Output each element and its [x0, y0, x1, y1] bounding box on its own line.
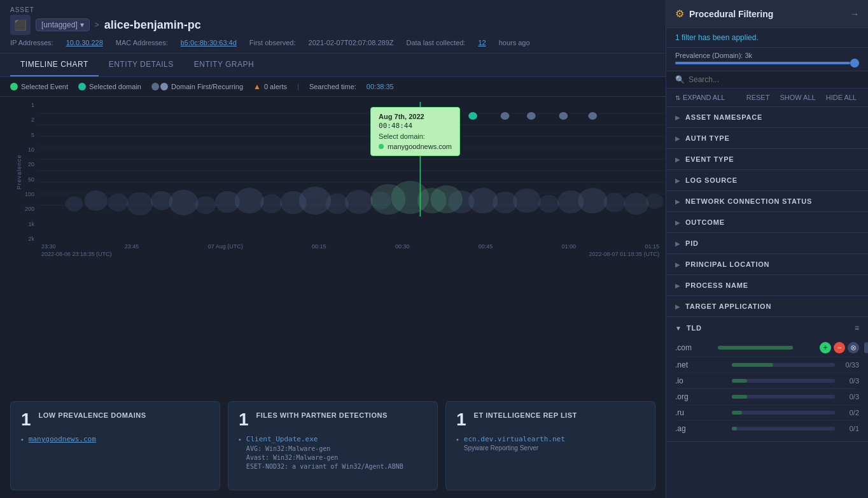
svg-point-31: [513, 189, 541, 213]
filter-section-header-principal-location[interactable]: ▶ PRINCIPAL LOCATION: [666, 254, 868, 274]
last-collected-value[interactable]: 12: [478, 39, 486, 46]
legend-selected-domain: Selected domain: [78, 83, 141, 90]
search-icon: 🔍: [675, 75, 685, 84]
tab-entity-graph[interactable]: ENTITY GRAPH: [184, 53, 264, 76]
show-all-button[interactable]: SHOW ALL: [777, 92, 818, 103]
tld-section-name: TLD: [687, 324, 855, 332]
svg-point-15: [195, 196, 216, 214]
tld-bar-fill-com: [718, 346, 793, 350]
card-title-3: ET INTELLIGENCE REP LIST: [474, 411, 577, 420]
filter-section-header-asset-namespace[interactable]: ▶ ASSET NAMESPACE: [666, 107, 868, 127]
tooltip-time: 00:48:44: [379, 122, 452, 130]
filter-section-header-target-application[interactable]: ▶ TARGET APPLICATION: [666, 296, 868, 317]
filter-actions: ⇅ EXPAND ALL RESET SHOW ALL HIDE ALL: [666, 89, 868, 107]
svg-point-17: [235, 188, 264, 213]
filter-section-header-pid[interactable]: ▶ PID: [666, 233, 868, 253]
card-item-et: • ecn.dev.virtualearth.net Spyware Repor…: [456, 435, 645, 452]
y-label-5: 5: [31, 132, 34, 138]
filter-section-header-auth-type[interactable]: ▶ AUTH TYPE: [666, 128, 868, 148]
x-label-0045: 00:45: [479, 243, 493, 250]
svg-point-22: [345, 190, 373, 214]
domain-first-recurring-label: Domain First/Recurring: [171, 83, 243, 90]
filter-section-pid: ▶ PID: [666, 233, 868, 254]
tld-bar-org: [732, 395, 835, 399]
tld-sub-button-com[interactable]: −: [834, 342, 845, 353]
chevron-right-icon: ▶: [675, 219, 680, 226]
left-panel: ASSET ⬛ [untagged] ▾ > alice-benjamin-pc…: [0, 0, 666, 498]
mac-address-link[interactable]: b5:0c:8b:30:63:4d: [181, 39, 237, 46]
file-detail-avg: AVG: Win32:Malware-gen: [246, 445, 403, 452]
tooltip-domain-row[interactable]: manygoodnews.com: [379, 143, 452, 150]
search-row[interactable]: 🔍: [666, 71, 868, 89]
chevron-right-icon: ▶: [675, 261, 680, 268]
breadcrumb-arrow: >: [95, 20, 99, 29]
filter-section-process-name: ▶ PROCESS NAME: [666, 275, 868, 296]
filter-section-header-event-type[interactable]: ▶ EVENT TYPE: [666, 149, 868, 169]
filter-section-header-log-source[interactable]: ▶ LOG SOURCE: [666, 170, 868, 190]
search-input[interactable]: [689, 75, 859, 84]
card-count-1: 1: [21, 411, 31, 429]
tld-bar-fill-ag: [732, 427, 737, 430]
card-files-partner: 1 FILES WITH PARTNER DETECTIONS • Client…: [228, 401, 438, 490]
chevron-right-icon: ▶: [675, 135, 680, 142]
svg-point-21: [325, 194, 349, 214]
first-observed-value: 2021-02-07T02:07:08.289Z: [309, 39, 394, 46]
prevalence-bar[interactable]: [675, 62, 859, 64]
filter-section-header-process-name[interactable]: ▶ PROCESS NAME: [666, 275, 868, 295]
filter-name-network-connection: NETWORK CONNECTION STATUS: [685, 197, 812, 205]
y-label-2k: 2k: [28, 236, 34, 242]
filter-name-event-type: EVENT TYPE: [685, 155, 734, 163]
tld-bar-com: [718, 346, 793, 350]
reset-button[interactable]: RESET: [744, 92, 773, 103]
hide-all-button[interactable]: HIDE ALL: [823, 92, 859, 103]
expand-all-button[interactable]: ⇅ EXPAND ALL: [675, 94, 725, 101]
rp-arrow-icon[interactable]: →: [850, 9, 859, 19]
hostname-label: alice-benjamin-pc: [104, 18, 201, 32]
chart-container[interactable]: Prevalence 1 2 5 10 20 50 100 200 1k 2k: [0, 97, 666, 394]
card-dot-3: •: [456, 436, 459, 443]
searched-time-label: Searched time:: [309, 83, 356, 90]
legend-row: Selected Event Selected domain Domain Fi…: [0, 77, 666, 97]
chart-area[interactable]: Aug 7th, 2022 00:48:44 Select domain: ma…: [38, 102, 666, 242]
card-count-3: 1: [456, 411, 466, 429]
legend-alerts: ▲ 0 alerts: [253, 82, 287, 91]
chevron-right-icon: ▶: [675, 177, 680, 184]
last-collected-label: Data last collected:: [406, 39, 465, 46]
tld-items-list: .com + − ⊗ Exclude Others .net: [666, 339, 868, 441]
ip-address-link[interactable]: 10.0.30.228: [66, 39, 103, 46]
filter-name-target-application: TARGET APPLICATION: [685, 302, 771, 310]
svg-point-44: [558, 111, 568, 120]
card-domain-link[interactable]: manygoodnews.com: [29, 435, 96, 443]
svg-point-36: [624, 193, 649, 215]
prevalence-handle[interactable]: [850, 59, 859, 68]
asset-title-row: ⬛ [untagged] ▾ > alice-benjamin-pc: [10, 15, 655, 35]
tld-sort-icon[interactable]: ≡: [855, 324, 859, 332]
chevron-right-icon: ▶: [675, 114, 680, 121]
y-label-1k-big: 1k: [28, 221, 34, 227]
x-start-datetime: 2022-08-06 23:18:35 (UTC): [41, 251, 112, 257]
filter-section-header-outcome[interactable]: ▶ OUTCOME: [666, 212, 868, 232]
prevalence-bar-row[interactable]: Prevalence (Domain): 3k: [666, 48, 868, 71]
tab-entity-details[interactable]: ENTITY DETAILS: [99, 53, 184, 76]
tab-timeline-chart[interactable]: TIMELINE CHART: [10, 53, 99, 76]
tld-add-button-com[interactable]: +: [820, 342, 831, 353]
svg-point-43: [526, 111, 536, 120]
file-name[interactable]: Client_Update.exe: [246, 435, 403, 443]
card-et-intel: 1 ET INTELLIGENCE REP LIST • ecn.dev.vir…: [445, 401, 655, 490]
searched-time-value: 00:38:35: [367, 83, 394, 90]
selected-domain-dot: [78, 83, 86, 90]
rp-header-left: ⚙ Procedural Filtering: [675, 8, 773, 20]
filter-section-header-network-connection[interactable]: ▶ NETWORK CONNECTION STATUS: [666, 191, 868, 211]
filter-section-event-type: ▶ EVENT TYPE: [666, 149, 868, 170]
file-detail-avast: Avast: Win32:Malware-gen: [246, 454, 403, 461]
asset-tag-dropdown[interactable]: [untagged] ▾: [36, 18, 90, 31]
y-axis: 1 2 5 10 20 50 100 200 1k 2k: [9, 102, 38, 242]
tld-item-ru: .ru 0/2: [675, 405, 859, 421]
et-domain[interactable]: ecn.dev.virtualearth.net: [464, 435, 565, 443]
tld-label-com: .com: [675, 343, 713, 352]
tld-section-header[interactable]: ▼ TLD ≡: [666, 317, 868, 339]
tld-exclude-button-com[interactable]: ⊗: [848, 342, 859, 353]
legend-selected-event: Selected Event: [10, 83, 68, 90]
domain-dot-1: [151, 83, 159, 90]
card-header-1: 1 LOW PREVALENCE DOMAINS: [21, 411, 209, 429]
